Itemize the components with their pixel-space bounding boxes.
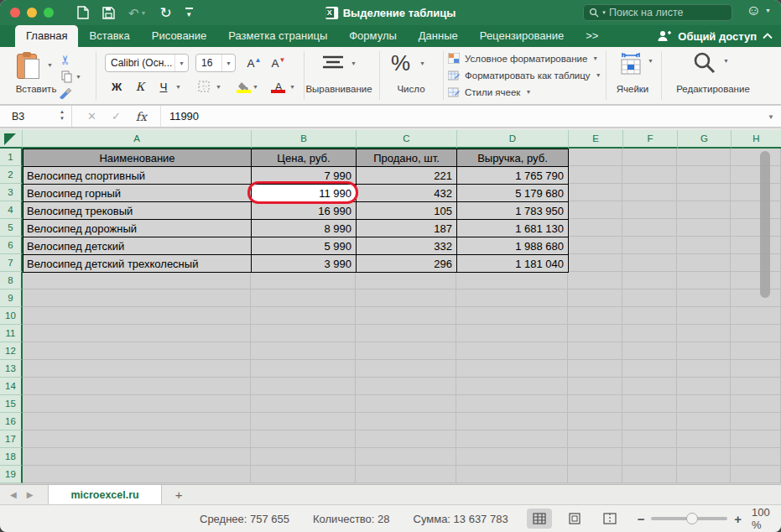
fill-color-caret[interactable]: ▼ (253, 84, 258, 90)
prev-sheet-icon[interactable]: ◀ (10, 490, 17, 499)
sheet-tab-active[interactable]: microexcel.ru (48, 485, 161, 505)
row-header-16[interactable]: 16 (0, 413, 23, 430)
column-header-E[interactable]: E (568, 130, 622, 149)
cancel-entry-icon[interactable]: ✕ (87, 110, 96, 123)
table-cell[interactable]: 187 (357, 220, 457, 237)
row-header-7[interactable]: 7 (0, 254, 23, 272)
borders-button[interactable] (194, 77, 214, 96)
column-header-G[interactable]: G (677, 130, 731, 149)
confirm-entry-icon[interactable]: ✓ (112, 110, 121, 123)
header-cell[interactable]: Выручка, руб. (457, 149, 569, 167)
close-window-button[interactable] (10, 8, 20, 18)
row-header-11[interactable]: 11 (0, 325, 23, 342)
alignment-caret[interactable]: ▼ (351, 60, 357, 66)
expand-formula-bar-caret[interactable]: ▼ (768, 113, 774, 121)
zoom-slider-thumb[interactable] (686, 513, 698, 524)
table-cell[interactable]: 5 179 680 (457, 185, 569, 202)
row-header-6[interactable]: 6 (0, 237, 23, 254)
redo-button[interactable]: ↻ (160, 6, 172, 20)
row-header-10[interactable]: 10 (0, 307, 23, 325)
cut-icon[interactable]: ✂ (58, 55, 73, 65)
table-cell[interactable]: Велосипед спортивный (23, 167, 252, 185)
ribbon-tab-7[interactable]: >> (575, 25, 609, 47)
row-header-4[interactable]: 4 (0, 201, 23, 219)
zoom-window-button[interactable] (44, 8, 54, 18)
table-cell[interactable]: 1 988 680 (457, 237, 569, 255)
page-layout-view-button[interactable] (562, 509, 587, 529)
table-cell[interactable]: 1 681 130 (457, 220, 569, 237)
table-cell[interactable]: 105 (357, 202, 457, 220)
shrink-font-button[interactable]: A▼ (268, 54, 289, 72)
header-cell[interactable]: Продано, шт. (357, 149, 457, 167)
new-workbook-icon[interactable] (77, 6, 89, 19)
search-input[interactable]: ▼ Поиск на листе (583, 4, 732, 21)
font-color-caret[interactable]: ▼ (289, 84, 295, 90)
underline-caret[interactable]: ▼ (175, 84, 181, 90)
vertical-scrollbar[interactable] (760, 151, 770, 298)
column-header-D[interactable]: D (456, 130, 568, 149)
font-name-select[interactable]: Calibri (Осн... ▼ (105, 54, 189, 72)
name-box-stepper[interactable]: ▲▼ (60, 109, 65, 123)
table-cell[interactable]: 1 765 790 (457, 167, 569, 185)
table-cell[interactable]: Велосипед горный (23, 185, 252, 202)
row-header-13[interactable]: 13 (0, 360, 23, 378)
table-cell[interactable]: 221 (357, 167, 457, 185)
undo-button[interactable]: ↶▼ (128, 7, 147, 19)
feedback-button[interactable]: ☺ ▼ (747, 3, 771, 18)
table-cell[interactable]: 16 990 (252, 202, 357, 220)
number-caret[interactable]: ▼ (419, 60, 425, 66)
table-cell[interactable]: 3 990 (252, 255, 357, 273)
table-cell[interactable]: Велосипед дорожный (23, 220, 252, 237)
paste-caret[interactable]: ▼ (47, 62, 53, 68)
paste-button[interactable] (17, 52, 42, 81)
minimize-window-button[interactable] (27, 8, 37, 18)
row-header-12[interactable]: 12 (0, 342, 23, 360)
bold-button[interactable]: Ж (107, 77, 127, 96)
name-box[interactable]: B3 ▲▼ (0, 106, 72, 127)
table-cell[interactable]: 332 (357, 237, 457, 255)
table-cell[interactable]: 7 990 (252, 167, 357, 185)
zoom-slider[interactable] (651, 517, 727, 520)
ribbon-tab-3[interactable]: Разметка страницы (217, 25, 338, 47)
collapse-ribbon-icon[interactable] (763, 33, 773, 39)
font-size-select[interactable]: 16 ▼ (195, 54, 236, 72)
column-header-B[interactable]: B (251, 130, 356, 149)
ribbon-tab-0[interactable]: Главная (15, 25, 78, 47)
row-header-15[interactable]: 15 (0, 395, 23, 413)
next-sheet-icon[interactable]: ▶ (27, 490, 34, 499)
table-cell[interactable]: 296 (357, 255, 457, 273)
editing-caret[interactable]: ▼ (723, 58, 729, 64)
row-header-14[interactable]: 14 (0, 378, 23, 395)
header-cell[interactable]: Цена, руб. (252, 149, 357, 167)
formula-input[interactable]: 11990 (160, 106, 199, 127)
search-scope-caret[interactable]: ▼ (601, 10, 607, 15)
ribbon-tab-4[interactable]: Формулы (338, 25, 408, 47)
normal-view-button[interactable] (527, 509, 552, 529)
table-cell[interactable]: Велосипед детский трехколесный (23, 255, 252, 273)
row-header-17[interactable]: 17 (0, 430, 23, 448)
ribbon-tab-6[interactable]: Рецензирование (469, 25, 575, 47)
row-header-9[interactable]: 9 (0, 289, 23, 307)
editing-icon[interactable] (693, 51, 716, 76)
column-header-H[interactable]: H (731, 130, 781, 149)
ribbon-tab-5[interactable]: Данные (408, 25, 469, 47)
cell-styles-button[interactable]: Стили ячеек ▼ (448, 86, 531, 97)
insert-function-icon[interactable]: fx (136, 110, 147, 123)
cells-caret[interactable]: ▼ (648, 58, 653, 64)
header-cell[interactable]: Наименование (23, 149, 252, 167)
row-header-18[interactable]: 18 (0, 448, 23, 466)
save-icon[interactable] (102, 7, 115, 19)
format-painter-icon[interactable] (59, 87, 72, 101)
conditional-formatting-button[interactable]: Условное форматирование ▼ (448, 53, 598, 64)
zoom-level[interactable]: 100 % (752, 506, 781, 531)
table-cell[interactable]: 5 990 (252, 237, 357, 255)
row-header-8[interactable]: 8 (0, 272, 23, 289)
fill-color-button[interactable] (234, 77, 254, 96)
copy-caret[interactable]: ▼ (75, 74, 81, 80)
table-cell[interactable]: Велосипед трековый (23, 202, 252, 220)
ribbon-tab-1[interactable]: Вставка (78, 25, 140, 47)
select-all-button[interactable] (0, 130, 23, 149)
font-color-button[interactable]: А (268, 77, 289, 96)
number-format-icon[interactable]: % (391, 50, 410, 76)
column-header-A[interactable]: A (23, 130, 251, 149)
